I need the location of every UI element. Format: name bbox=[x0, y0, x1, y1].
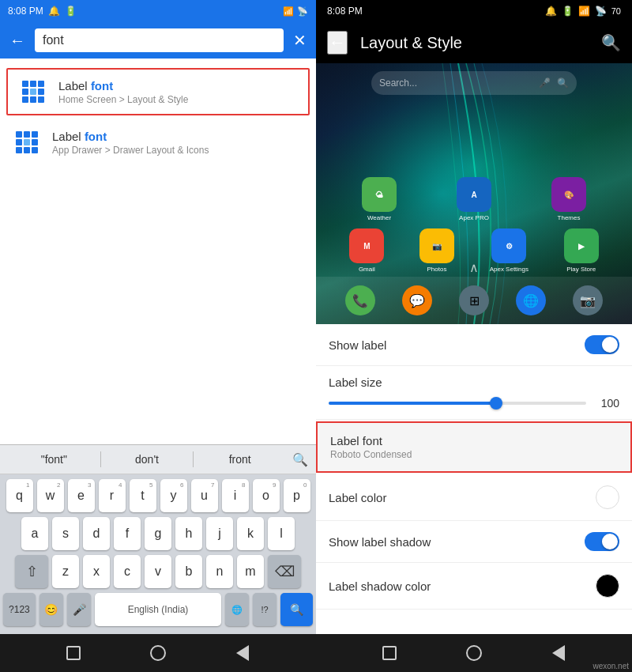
key-b[interactable]: b bbox=[175, 555, 202, 588]
key-m-letter: m bbox=[245, 564, 255, 579]
app-icon-themes: 🎨 Themes bbox=[551, 177, 586, 221]
key-n[interactable]: n bbox=[206, 555, 233, 588]
search-close-button[interactable]: ✕ bbox=[293, 31, 307, 50]
suggestion-font[interactable]: "font" bbox=[8, 450, 100, 469]
key-a[interactable]: a bbox=[21, 517, 48, 550]
suggestion-front[interactable]: front bbox=[194, 450, 286, 469]
key-mic[interactable]: 🎤 bbox=[67, 593, 91, 626]
key-l[interactable]: l bbox=[268, 517, 295, 550]
keyboard-row-1: 1q 2w 3e 4r 5t 6y 7u 8i 9o 0p bbox=[3, 479, 313, 512]
key-u[interactable]: 7u bbox=[191, 479, 218, 512]
app-weather-icon: 🌤 bbox=[362, 177, 397, 212]
left-nav-square-icon bbox=[66, 646, 81, 660]
app-icon-playstore: ▶ Play Store bbox=[564, 228, 599, 273]
right-nav-back-button[interactable] bbox=[547, 642, 570, 664]
app-apexpro-label: Apex PRO bbox=[459, 214, 489, 221]
setting-label-size-text: Label size bbox=[329, 376, 619, 389]
search-input-wrapper bbox=[35, 28, 284, 52]
right-nav-square-icon bbox=[382, 646, 397, 660]
key-h[interactable]: h bbox=[175, 517, 202, 550]
key-t[interactable]: 5t bbox=[130, 479, 156, 512]
key-y[interactable]: 6y bbox=[160, 479, 187, 512]
right-nav-triangle-icon bbox=[552, 645, 565, 661]
right-search-icon[interactable]: 🔍 bbox=[601, 33, 621, 52]
emoji-icon: 😊 bbox=[44, 603, 58, 616]
key-shift[interactable]: ⇧ bbox=[15, 555, 48, 588]
suggestion-search-icon[interactable]: 🔍 bbox=[292, 452, 308, 467]
slider-thumb[interactable] bbox=[490, 397, 502, 410]
key-x[interactable]: x bbox=[83, 555, 110, 588]
key-q[interactable]: 1q bbox=[6, 479, 33, 512]
key-s[interactable]: s bbox=[52, 517, 79, 550]
toggle-show-label[interactable] bbox=[585, 335, 619, 354]
right-back-button[interactable]: ← bbox=[327, 31, 348, 55]
key-j[interactable]: j bbox=[206, 517, 233, 550]
left-nav-back-button[interactable] bbox=[231, 642, 254, 664]
key-d[interactable]: d bbox=[83, 517, 110, 550]
right-nav-square-button[interactable] bbox=[378, 642, 401, 664]
setting-show-label[interactable]: Show label bbox=[316, 324, 632, 366]
key-p[interactable]: 0p bbox=[284, 479, 310, 512]
num-switch-label: ?123 bbox=[9, 604, 30, 615]
key-x-letter: x bbox=[93, 564, 100, 579]
right-wifi-icon: 📶 bbox=[578, 6, 590, 17]
app-playstore-icon: ▶ bbox=[564, 228, 599, 263]
key-num-switch[interactable]: ?123 bbox=[3, 593, 36, 626]
result-text-2: Label font App Drawer > Drawer Layout & … bbox=[52, 130, 303, 156]
grid-dot bbox=[30, 81, 36, 87]
key-i[interactable]: 8i bbox=[222, 479, 249, 512]
setting-label-shadow-color[interactable]: Label shadow color bbox=[316, 563, 632, 610]
key-v[interactable]: v bbox=[145, 555, 171, 588]
right-battery-percent: 70 bbox=[611, 6, 621, 16]
key-z[interactable]: z bbox=[52, 555, 79, 588]
dock-messages-icon: 💬 bbox=[402, 285, 432, 315]
toggle-show-label-shadow[interactable] bbox=[585, 532, 619, 551]
search-result-item-1[interactable]: Label font Home Screen > Layout & Style bbox=[6, 68, 310, 115]
settings-content: Show label Label size 100 Label font Rob… bbox=[316, 324, 632, 634]
result-icon-1 bbox=[19, 77, 47, 106]
setting-show-label-shadow[interactable]: Show label shadow bbox=[316, 521, 632, 563]
watermark: wexon.net bbox=[592, 662, 629, 670]
left-nav-square-button[interactable] bbox=[62, 642, 85, 664]
preview-search-icon: 🔍 bbox=[557, 77, 569, 89]
search-back-button[interactable]: ← bbox=[9, 32, 25, 48]
grid-dot bbox=[30, 89, 36, 95]
key-emoji[interactable]: 😊 bbox=[40, 593, 63, 626]
suggestion-dont[interactable]: don't bbox=[101, 450, 194, 469]
color-circle-label[interactable] bbox=[596, 485, 619, 509]
key-c[interactable]: c bbox=[114, 555, 141, 588]
key-m[interactable]: m bbox=[237, 555, 264, 588]
key-f-letter: f bbox=[126, 527, 129, 541]
key-o[interactable]: 9o bbox=[253, 479, 280, 512]
key-t-number: 5 bbox=[149, 481, 152, 489]
search-input[interactable] bbox=[43, 33, 276, 47]
setting-label-font[interactable]: Label font Roboto Condensed bbox=[316, 421, 632, 473]
right-status-icons: 🔔 🔋 📶 📡 70 bbox=[545, 6, 621, 17]
key-globe[interactable]: 🌐 bbox=[225, 593, 249, 626]
setting-label-color[interactable]: Label color bbox=[316, 474, 632, 521]
key-q-letter: q bbox=[16, 489, 23, 503]
right-nav-home-button[interactable] bbox=[463, 642, 485, 664]
key-g[interactable]: g bbox=[145, 517, 171, 550]
color-circle-shadow[interactable] bbox=[596, 574, 619, 598]
setting-label-font-wrap: Label font Roboto Condensed bbox=[330, 434, 618, 460]
key-y-number: 6 bbox=[180, 481, 183, 489]
keyboard-area: "font" don't front 🔍 1q 2w 3e 4r 5t 6y 7… bbox=[0, 444, 316, 634]
grid-dot bbox=[38, 81, 44, 87]
key-k[interactable]: k bbox=[237, 517, 264, 550]
key-y-letter: y bbox=[171, 489, 177, 503]
key-backspace[interactable]: ⌫ bbox=[268, 555, 301, 588]
setting-label-color-wrap: Label color bbox=[329, 491, 596, 504]
key-e[interactable]: 3e bbox=[68, 479, 95, 512]
slider-track[interactable] bbox=[329, 402, 586, 405]
key-f[interactable]: f bbox=[114, 517, 141, 550]
key-space[interactable]: English (India) bbox=[95, 593, 221, 626]
key-w[interactable]: 2w bbox=[37, 479, 64, 512]
key-r[interactable]: 4r bbox=[99, 479, 126, 512]
grid-dot bbox=[16, 147, 22, 153]
search-result-item-2[interactable]: Label font App Drawer > Drawer Layout & … bbox=[0, 119, 316, 166]
left-nav-home-button[interactable] bbox=[147, 642, 169, 664]
key-search[interactable]: 🔍 bbox=[280, 593, 313, 626]
key-w-number: 2 bbox=[57, 481, 60, 489]
key-num2[interactable]: !? bbox=[253, 593, 276, 626]
